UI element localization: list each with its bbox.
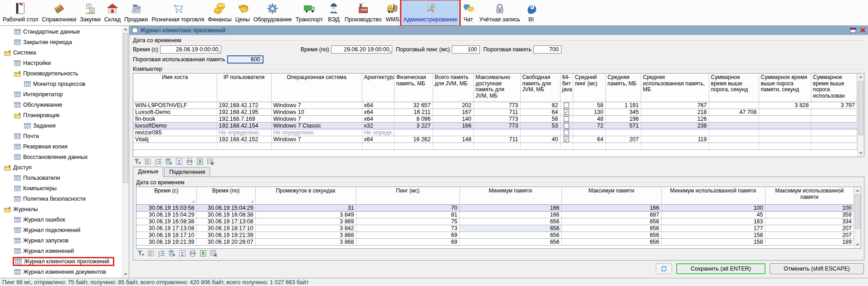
- scroll-down-button[interactable]: [854, 242, 861, 248]
- cell[interactable]: x64: [362, 102, 394, 108]
- toolbar-item-finance[interactable]: Финансы: [206, 0, 233, 25]
- cell[interactable]: 30.06.19 20:26:07: [196, 238, 255, 245]
- sidebar-item[interactable]: Журнал запусков: [0, 235, 122, 246]
- sum-column-button[interactable]: Σ: [175, 158, 183, 166]
- cell[interactable]: 656: [459, 232, 561, 238]
- toolbar-item-wms[interactable]: WMS: [383, 0, 401, 25]
- column-header[interactable]: Минимум использованной памяти: [661, 187, 765, 204]
- threshold-memory-input[interactable]: 700: [533, 45, 561, 54]
- cell[interactable]: 218: [641, 108, 709, 115]
- column-header[interactable]: Физическая память, МБ: [394, 74, 433, 102]
- toolbar-item-bi[interactable]: BI: [522, 0, 540, 25]
- sidebar-item[interactable]: Задания: [0, 120, 122, 131]
- sidebar-item[interactable]: Планировщик: [0, 110, 122, 120]
- table-row[interactable]: revizor085Не определеноНе определеноНе о…: [133, 129, 857, 136]
- sidebar-item[interactable]: Стандартные данные: [0, 26, 122, 37]
- column-header[interactable]: Максимально доступная память для JVM, МБ: [473, 74, 520, 102]
- cell[interactable]: 148: [433, 136, 473, 143]
- cell[interactable]: 100: [661, 204, 765, 211]
- cell[interactable]: 711: [473, 108, 520, 115]
- cell[interactable]: [811, 136, 857, 143]
- column-header[interactable]: Максимум памяти: [561, 187, 661, 204]
- threshold-ping-input[interactable]: 100: [452, 45, 480, 54]
- sidebar-item[interactable]: Система: [0, 47, 122, 58]
- table-row[interactable]: 30.06.19 15:03:5830.06.19 15:04:29317016…: [137, 204, 854, 211]
- column-header[interactable]: Промежуток в секундах: [255, 187, 356, 204]
- tab-connections[interactable]: Подключения: [164, 167, 210, 177]
- scroll-up-button[interactable]: [858, 74, 864, 80]
- column-header[interactable]: Архитектура: [362, 74, 394, 102]
- cell[interactable]: [811, 115, 857, 122]
- cell[interactable]: [709, 102, 759, 108]
- toolbar-item-references[interactable]: Справочники: [40, 0, 78, 25]
- scroll-up-button[interactable]: [122, 26, 129, 33]
- cell[interactable]: [811, 108, 857, 115]
- cell[interactable]: 345: [605, 108, 641, 115]
- scrollbar-thumb[interactable]: [858, 81, 863, 135]
- print-grid-button[interactable]: [185, 158, 194, 166]
- cell[interactable]: 207: [765, 225, 854, 232]
- cell[interactable]: 30.06.19 15:04:29: [137, 211, 196, 218]
- cell[interactable]: 192.168.42.172: [217, 102, 271, 108]
- threshold-used-memory-input[interactable]: 600: [227, 55, 263, 64]
- cell[interactable]: 767: [641, 102, 709, 108]
- cell[interactable]: 30.06.19 18:17:10: [137, 232, 196, 238]
- cell[interactable]: 56: [520, 115, 560, 122]
- cell[interactable]: 158: [661, 238, 765, 245]
- table-row[interactable]: luxsoftDemo192.168.42.154Windows 7 Class…: [133, 122, 857, 129]
- cell[interactable]: 81: [356, 211, 459, 218]
- cell[interactable]: [573, 129, 605, 136]
- cell[interactable]: Windows 7: [271, 102, 362, 108]
- cell[interactable]: [641, 129, 709, 136]
- sidebar-item[interactable]: Монитор процессов: [0, 79, 122, 89]
- toolbar-item-chat[interactable]: Чат: [459, 0, 478, 25]
- cell[interactable]: [811, 129, 857, 136]
- cell[interactable]: 48: [573, 115, 605, 122]
- cell[interactable]: 3 227: [394, 122, 433, 129]
- cell[interactable]: Windows 7: [271, 136, 362, 143]
- cell[interactable]: 192.168.42.195: [217, 108, 271, 115]
- cell[interactable]: 58: [573, 102, 605, 108]
- cell[interactable]: 334: [765, 218, 854, 225]
- cell[interactable]: 40: [520, 136, 560, 143]
- cell[interactable]: 166: [433, 122, 473, 129]
- time-from-input[interactable]: 28.06.19 0:00:00: [160, 45, 221, 54]
- window-restore-button[interactable]: [850, 28, 856, 33]
- cell[interactable]: 75: [356, 218, 459, 225]
- cell[interactable]: 656: [459, 238, 561, 245]
- cell[interactable]: 656: [561, 225, 661, 232]
- sidebar-item[interactable]: Доступ: [0, 162, 122, 173]
- cell[interactable]: [759, 122, 811, 129]
- column-header[interactable]: Всего память для JVM, МБ: [433, 74, 473, 102]
- cell[interactable]: 130: [573, 108, 605, 115]
- sidebar-item[interactable]: Восстановление данных: [0, 152, 122, 162]
- cell[interactable]: 30.06.19 17:13:08: [196, 218, 255, 225]
- cell[interactable]: 3 828: [759, 102, 811, 108]
- cell[interactable]: 32 657: [394, 102, 433, 108]
- refresh-button[interactable]: [656, 263, 672, 274]
- sidebar-item[interactable]: Журнал изменения документов: [0, 266, 122, 277]
- add-filter-button[interactable]: [133, 158, 141, 166]
- cell[interactable]: x64: [362, 115, 394, 122]
- x64-java-checkbox[interactable]: [564, 123, 569, 128]
- table-row[interactable]: Vitalij192.168.42.152Windows 7x6416 2621…: [133, 136, 857, 143]
- sum-column-button[interactable]: Σ: [178, 250, 186, 258]
- reset-table-settings-button[interactable]: [210, 250, 218, 258]
- cell[interactable]: 126: [641, 115, 709, 122]
- toolbar-item-purchases[interactable]: Закупки: [78, 0, 102, 25]
- column-header[interactable]: Суммарное время выше порога памяти, секу…: [759, 74, 811, 102]
- save-button[interactable]: Сохранить (alt ENTER): [676, 263, 766, 274]
- cell[interactable]: Не опреде...: [362, 129, 394, 136]
- cell[interactable]: 70: [356, 204, 459, 211]
- table-row[interactable]: 30.06.19 16:08:3830.06.19 17:13:083 8697…: [137, 218, 854, 225]
- cell[interactable]: 656: [561, 218, 661, 225]
- cell[interactable]: Vitalij: [133, 136, 217, 143]
- cell[interactable]: 656: [459, 218, 561, 225]
- cell[interactable]: [520, 129, 560, 136]
- cell[interactable]: luxsoftDemo: [133, 122, 217, 129]
- sidebar-item[interactable]: Журнал клиентских приложений: [0, 256, 122, 266]
- cell[interactable]: 45: [661, 211, 765, 218]
- column-header[interactable]: Операционная система: [271, 74, 362, 102]
- cell[interactable]: Не определено: [217, 129, 271, 136]
- cell[interactable]: 358: [765, 211, 854, 218]
